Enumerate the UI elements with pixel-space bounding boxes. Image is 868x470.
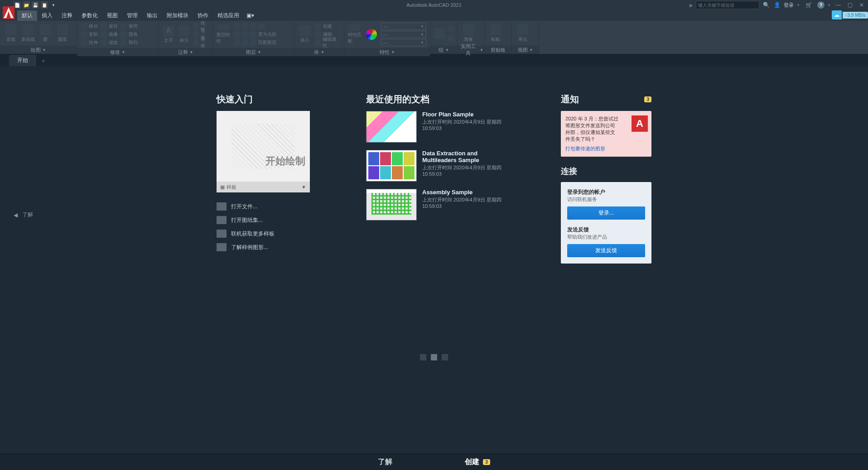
- folder-icon: [217, 202, 227, 211]
- search-input[interactable]: [696, 1, 759, 9]
- menu-parametric[interactable]: 参数化: [77, 10, 102, 21]
- view-list-icon[interactable]: [420, 354, 426, 360]
- fillet-button[interactable]: 圆角: [121, 31, 138, 38]
- table-button[interactable]: 表格: [193, 39, 209, 46]
- recent-item-0[interactable]: Floor Plan Sample上次打开时间 2020年4月9日 星期四 10…: [366, 111, 506, 143]
- move-button[interactable]: 移动: [81, 23, 98, 30]
- trim-button[interactable]: 修剪: [121, 23, 138, 30]
- quick-start-title: 快速入门: [217, 93, 312, 106]
- scale-button[interactable]: 缩放: [101, 39, 118, 46]
- login-button[interactable]: 登录...: [567, 206, 645, 220]
- group-icon3[interactable]: [448, 35, 454, 41]
- recent-item-1[interactable]: Data Extraction and Multileaders Sample上…: [366, 150, 506, 182]
- basepoint-button[interactable]: 基点: [516, 24, 530, 43]
- panel-layer-label[interactable]: 图层▼: [213, 48, 294, 56]
- search-icon[interactable]: 🔍: [762, 1, 770, 9]
- menu-show-icon[interactable]: ▣▾: [244, 11, 257, 20]
- help-icon[interactable]: ?: [817, 1, 825, 9]
- layer-row2[interactable]: 置为当前: [234, 31, 276, 38]
- line-button[interactable]: 直线: [4, 24, 18, 43]
- cart-icon[interactable]: 🛒: [805, 1, 813, 9]
- bottom-badge: 3: [483, 459, 490, 465]
- learn-side-nav[interactable]: ◀ 了解: [14, 211, 33, 219]
- recent-item-2[interactable]: Assembly Sample上次打开时间 2020年4月9日 星期四 10:5…: [366, 189, 506, 221]
- panel-modify-label[interactable]: 修改▼: [77, 48, 158, 56]
- qa-saveas-icon[interactable]: 📋: [41, 1, 48, 9]
- connect-title: 连接: [561, 166, 651, 177]
- qa-dropdown-icon[interactable]: ▼: [50, 1, 57, 9]
- ribbon: 直线 多段线 圆 圆弧 绘图▼ 移动 复制 拉伸 旋转 镜像 缩放 修剪 圆角 …: [0, 21, 868, 54]
- measure-button[interactable]: 测量: [461, 24, 476, 43]
- paste-button[interactable]: 粘贴: [488, 24, 503, 43]
- maximize-button[interactable]: ▢: [845, 1, 854, 9]
- menu-manage[interactable]: 管理: [122, 10, 142, 21]
- props-row2[interactable]: —▼: [381, 31, 426, 38]
- arc-button[interactable]: 圆弧: [55, 24, 70, 43]
- start-drawing-tile[interactable]: 开始绘制: [217, 111, 310, 182]
- user-icon[interactable]: 👤: [773, 1, 781, 9]
- menu-collaborate[interactable]: 协作: [193, 10, 213, 21]
- open-sheetset-link[interactable]: 打开图纸集...: [217, 213, 312, 227]
- menu-featured[interactable]: 精选应用: [213, 10, 244, 21]
- bottom-tab-create[interactable]: 创建 3: [456, 455, 499, 470]
- layer-row3[interactable]: 匹配图层: [234, 39, 276, 46]
- minimize-button[interactable]: —: [834, 1, 843, 9]
- add-tab-button[interactable]: +: [37, 56, 49, 66]
- notification-card[interactable]: 2020 年 3 月：您曾试过将图形文件发送到公司外部，但仅通知某些文件丢失了吗…: [561, 111, 651, 157]
- view-grid-icon[interactable]: [442, 354, 448, 360]
- stretch-button[interactable]: 拉伸: [81, 39, 98, 46]
- panel-clipboard-label: 剪贴板: [485, 46, 511, 54]
- notif-link[interactable]: 打包要传递的图形: [565, 145, 647, 152]
- array-button[interactable]: 阵列: [121, 39, 138, 46]
- panel-util-label[interactable]: 实用工具▼: [458, 46, 484, 54]
- menu-output[interactable]: 输出: [142, 10, 162, 21]
- block-create-button[interactable]: 创建: [315, 23, 340, 30]
- matchprop-button[interactable]: 特性匹配: [348, 24, 362, 44]
- text-button[interactable]: A文字: [162, 24, 175, 44]
- menu-default[interactable]: 默认: [17, 10, 37, 21]
- qa-save-icon[interactable]: 💾: [32, 1, 39, 9]
- qa-open-icon[interactable]: 📁: [23, 1, 30, 9]
- menu-addins[interactable]: 附加模块: [162, 10, 193, 21]
- copy-button[interactable]: 复制: [81, 31, 98, 38]
- view-detail-icon[interactable]: [431, 354, 437, 360]
- rotate-button[interactable]: 旋转: [101, 23, 118, 30]
- mirror-button[interactable]: 镜像: [101, 31, 118, 38]
- menu-annotate[interactable]: 注释: [57, 10, 77, 21]
- block-insert-button[interactable]: 插入: [298, 24, 312, 44]
- props-row3[interactable]: —▼: [381, 39, 426, 46]
- props-row1[interactable]: —▼: [381, 23, 426, 30]
- dimension-button[interactable]: 标注: [178, 24, 191, 44]
- block-attr-button[interactable]: 编辑属性: [315, 39, 340, 46]
- panel-props-label[interactable]: 特性▼: [344, 48, 430, 56]
- get-templates-link[interactable]: 联机获取更多样板: [217, 227, 312, 240]
- app-logo-icon[interactable]: [3, 6, 14, 19]
- feedback-title: 发送反馈: [567, 226, 645, 234]
- panel-annotate-label[interactable]: 注释▼: [159, 48, 212, 56]
- group-button[interactable]: [434, 24, 445, 43]
- open-file-link[interactable]: 打开文件...: [217, 200, 312, 213]
- feedback-button[interactable]: 发送反馈: [567, 244, 645, 257]
- learn-samples-link[interactable]: 了解样例图形...: [217, 240, 312, 254]
- panel-block-label[interactable]: 块▼: [294, 48, 344, 56]
- search-arrow-icon: ▶: [690, 3, 693, 8]
- login-label[interactable]: 登录: [784, 2, 794, 9]
- tab-start[interactable]: 开始: [9, 55, 36, 66]
- polyline-button[interactable]: 多段线: [21, 24, 35, 43]
- menu-view[interactable]: 视图: [102, 10, 122, 21]
- bottom-tab-learn[interactable]: 了解: [369, 455, 401, 470]
- group-icon2[interactable]: [448, 26, 454, 32]
- panel-group-label[interactable]: 组▼: [430, 46, 457, 54]
- close-button[interactable]: ✕: [857, 1, 866, 9]
- panel-view-label[interactable]: 视图▼: [512, 46, 539, 54]
- color-wheel-button[interactable]: [365, 24, 379, 44]
- menu-insert[interactable]: 插入: [37, 10, 57, 21]
- template-dropdown[interactable]: ▦样板 ▼: [217, 182, 310, 192]
- qa-new-icon[interactable]: 📄: [14, 1, 21, 9]
- layer-row1[interactable]: [234, 23, 276, 30]
- panel-draw-label[interactable]: 绘图▼: [0, 46, 77, 54]
- layer-props-button[interactable]: 图层特性: [217, 24, 231, 44]
- cloud-icon[interactable]: ☁: [832, 10, 842, 19]
- circle-button[interactable]: 圆: [38, 24, 53, 43]
- connect-card: 登录到您的帐户 访问联机服务 登录... 发送反馈 帮助我们改进产品 发送反馈: [561, 182, 651, 264]
